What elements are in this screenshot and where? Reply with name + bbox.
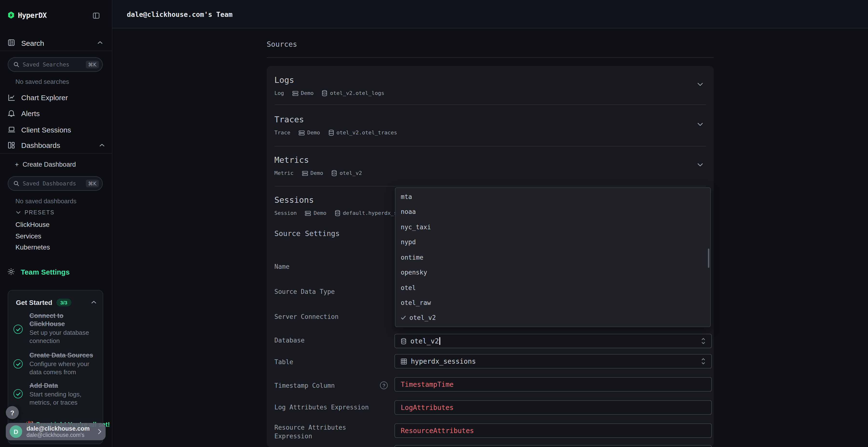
item-desc: Configure where your data comes from xyxy=(29,360,99,376)
create-dashboard-button[interactable]: +Create Dashboard xyxy=(15,161,76,168)
source-settings-heading: Source Settings xyxy=(274,229,340,238)
divider xyxy=(274,105,706,105)
dropdown-option[interactable]: nypd xyxy=(396,234,710,249)
get-started-item[interactable]: Connect to ClickHouse Set up your databa… xyxy=(29,312,99,345)
table-path: otel_v2 xyxy=(340,170,362,176)
source-card-title: Sessions xyxy=(274,195,314,205)
help-button[interactable]: ? xyxy=(6,406,19,419)
dropdown-option[interactable]: nyc_taxi xyxy=(396,219,710,235)
get-started-title: Get Started xyxy=(16,299,52,306)
preset-clickhouse[interactable]: ClickHouse xyxy=(16,220,50,228)
page-title: Sources xyxy=(267,40,297,49)
table-path: otel_v2.otel_logs xyxy=(330,90,384,96)
chevron-down-icon[interactable] xyxy=(697,82,703,86)
next-field-input[interactable] xyxy=(395,445,712,447)
saved-searches-input[interactable] xyxy=(23,61,86,68)
preset-kubernetes[interactable]: Kubernetes xyxy=(16,243,50,251)
chevron-down-icon[interactable] xyxy=(697,163,703,167)
item-title: Create Data Sources xyxy=(29,351,99,359)
table-icon xyxy=(401,358,407,365)
source-card-meta: Metric Demo otel_v2 xyxy=(274,170,362,176)
sidebar-item-alerts[interactable]: Alerts xyxy=(0,106,112,121)
get-started-item[interactable]: Add Data Start sending logs, metrics, or… xyxy=(29,381,99,407)
presets-toggle[interactable]: PRESETS xyxy=(16,209,55,215)
plus-icon: + xyxy=(15,161,19,168)
sidebar-item-chart-explorer[interactable]: Chart Explorer xyxy=(0,90,112,105)
avatar: D xyxy=(10,425,22,438)
select-caret-icon xyxy=(701,338,706,344)
table-value: hyperdx_sessions xyxy=(411,357,476,365)
team-title: dale@clickhouse.com's Team xyxy=(127,10,232,18)
chevron-up-icon[interactable] xyxy=(97,41,103,44)
dropdown-option[interactable]: ontime xyxy=(396,249,710,265)
shortcut-badge: ⌘K xyxy=(86,61,99,68)
help-circle-icon[interactable]: ? xyxy=(380,381,388,389)
item-desc: Set up your database connection xyxy=(29,329,99,345)
bell-icon xyxy=(8,109,16,117)
chevron-right-icon xyxy=(98,429,101,435)
connection-name: Demo xyxy=(314,210,327,216)
connection-name: Demo xyxy=(307,130,320,136)
database-dropdown: mta noaa nyc_taxi nypd ontime opensky ot… xyxy=(395,187,711,327)
log-attributes-input[interactable]: LogAttributes xyxy=(395,400,712,415)
source-card-meta: Trace Demo otel_v2.otel_traces xyxy=(274,130,397,136)
divider xyxy=(0,50,112,51)
check-circle-icon xyxy=(13,389,23,398)
divider xyxy=(0,153,112,153)
source-type: Log xyxy=(274,90,284,96)
connection-name: Demo xyxy=(311,170,323,176)
dropdown-option[interactable]: otel_raw xyxy=(396,295,710,310)
saved-dashboards-pill[interactable]: ⌘K xyxy=(8,176,103,191)
database-icon xyxy=(322,90,328,96)
nav-label: Client Sessions xyxy=(21,126,71,134)
timestamp-value: TimestampTime xyxy=(401,381,454,388)
source-type: Session xyxy=(274,210,297,216)
field-label-timestamp: Timestamp Column xyxy=(274,381,335,390)
no-saved-dashboards-note: No saved dashboards xyxy=(16,198,76,205)
dropdown-option[interactable]: otel xyxy=(396,280,710,295)
scrollbar-thumb[interactable] xyxy=(708,248,709,268)
search-section-icon xyxy=(8,39,15,46)
saved-searches-pill[interactable]: ⌘K xyxy=(8,57,103,72)
sidebar-item-client-sessions[interactable]: Client Sessions xyxy=(0,122,112,137)
database-select[interactable]: otel_v2 xyxy=(395,334,712,348)
resource-attributes-input[interactable]: ResourceAttributes xyxy=(395,423,712,438)
server-icon xyxy=(299,130,305,136)
database-icon xyxy=(332,170,337,176)
source-card-meta: Log Demo otel_v2.otel_logs xyxy=(274,90,384,96)
get-started-item[interactable]: Create Data Sources Configure where your… xyxy=(29,351,99,376)
laptop-icon xyxy=(8,126,16,133)
nav-label: Dashboards xyxy=(21,141,60,149)
table-path: otel_v2.otel_traces xyxy=(336,130,397,136)
chevron-up-icon[interactable] xyxy=(99,143,105,147)
chevron-down-icon[interactable] xyxy=(697,122,703,126)
topbar: dale@clickhouse.com's Team xyxy=(112,0,868,28)
saved-dashboards-input[interactable] xyxy=(23,180,86,187)
dropdown-option[interactable]: noaa xyxy=(396,204,710,219)
timestamp-column-input[interactable]: TimestampTime xyxy=(395,377,712,391)
sidebar-item-team-settings[interactable]: Team Settings xyxy=(0,265,112,279)
chart-icon xyxy=(8,94,16,101)
database-icon xyxy=(328,130,334,136)
select-caret-icon xyxy=(701,358,706,365)
source-type: Trace xyxy=(274,130,290,136)
chevron-down-icon xyxy=(16,211,21,214)
source-card-title: Logs xyxy=(274,75,294,85)
sidebar: HyperDX Search ⌘K No saved searches xyxy=(0,0,112,447)
table-select[interactable]: hyperdx_sessions xyxy=(395,354,712,369)
dropdown-option-selected[interactable]: otel_v2 xyxy=(396,310,710,325)
sidebar-collapse-icon[interactable] xyxy=(93,12,100,19)
source-type: Metric xyxy=(274,170,294,176)
user-menu[interactable]: D dale@clickhouse.com dale@clickhouse.co… xyxy=(6,423,105,440)
preset-services[interactable]: Services xyxy=(16,232,41,240)
dropdown-option[interactable]: mta xyxy=(396,189,710,204)
divider xyxy=(274,186,706,186)
sidebar-item-search[interactable]: Search xyxy=(21,39,44,47)
sidebar-item-dashboards[interactable]: Dashboards xyxy=(0,138,112,152)
resource-attributes-value: ResourceAttributes xyxy=(401,427,474,435)
field-label-log-attributes: Log Attributes Expression xyxy=(274,403,369,412)
field-label-table: Table xyxy=(274,358,293,366)
chevron-up-icon[interactable] xyxy=(91,301,96,304)
divider xyxy=(274,146,706,146)
dropdown-option[interactable]: opensky xyxy=(396,265,710,280)
